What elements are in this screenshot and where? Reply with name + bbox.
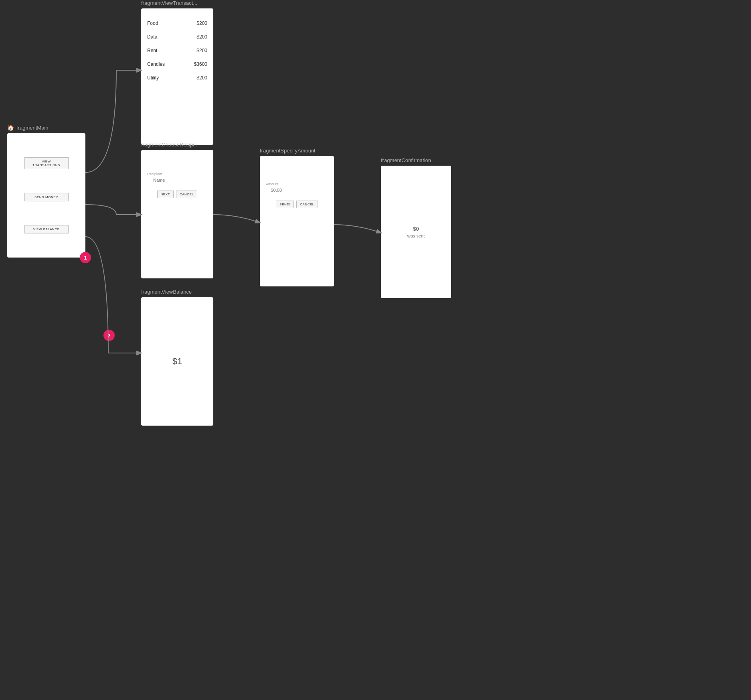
fragment-confirmation-wrapper: fragmentConfirmation $0 was sent xyxy=(381,157,431,166)
tx-label-candles: Candles xyxy=(147,61,165,67)
table-row: Data $200 xyxy=(147,30,207,44)
confirm-text: was sent xyxy=(407,233,425,238)
balance-amount: $1 xyxy=(172,356,182,367)
fragment-balance-card: $1 xyxy=(141,297,213,426)
recipient-label: Recipient xyxy=(147,172,162,176)
amount-input[interactable] xyxy=(271,188,323,194)
tx-label-utility: Utility xyxy=(147,75,159,81)
fragment-balance-wrapper: fragmentViewBalance $1 xyxy=(141,289,192,297)
view-balance-button[interactable]: VIEW BALANCE xyxy=(24,225,69,233)
table-row: Food $200 xyxy=(147,16,207,30)
arrows-overlay xyxy=(0,0,751,700)
fragment-transactions-wrapper: fragmentViewTransact... Food $200 Data $… xyxy=(141,0,197,8)
fragment-transactions-card: Food $200 Data $200 Rent $200 Candles $3… xyxy=(141,8,213,145)
table-row: Rent $200 xyxy=(147,44,207,57)
tx-amount-food: $200 xyxy=(196,20,207,26)
next-button[interactable]: NEXT xyxy=(157,191,174,198)
fragment-amount-wrapper: fragmentSpecifyAmount Amount SEND! CANCE… xyxy=(260,148,316,156)
tx-amount-utility: $200 xyxy=(196,75,207,81)
amount-label: Amount xyxy=(266,182,278,186)
tx-label-data: Data xyxy=(147,34,157,40)
fragment-main-wrapper: 🏠 fragmentMain VIEW TRANSACTIONS SEND MO… xyxy=(7,124,85,258)
fragment-main-card: VIEW TRANSACTIONS SEND MONEY VIEW BALANC… xyxy=(7,133,85,258)
confirm-amount: $0 xyxy=(413,226,419,232)
fragment-amount-title: fragmentSpecifyAmount xyxy=(260,148,316,154)
fragment-recipient-card: Recipient NEXT CANCEL xyxy=(141,150,213,278)
badge-2-wrapper: 2 xyxy=(103,330,115,341)
table-row: Utility $200 xyxy=(147,71,207,85)
fragment-main-label: fragmentMain xyxy=(16,125,48,131)
fragment-balance-title: fragmentViewBalance xyxy=(141,289,192,295)
tx-label-food: Food xyxy=(147,20,158,26)
name-input[interactable] xyxy=(153,178,201,184)
badge-1: 1 xyxy=(80,252,91,263)
amount-button-row: SEND! CANCEL xyxy=(276,201,318,208)
fragment-recipient-title: fragmentChooseRecipi... xyxy=(141,142,198,148)
badge-2: 2 xyxy=(103,330,115,341)
cancel-button[interactable]: CANCEL xyxy=(176,191,197,198)
send-button[interactable]: SEND! xyxy=(276,201,294,208)
tx-label-rent: Rent xyxy=(147,48,157,53)
fragment-recipient-wrapper: fragmentChooseRecipi... Recipient NEXT C… xyxy=(141,142,198,150)
fragment-amount-card: Amount SEND! CANCEL xyxy=(260,156,334,286)
fragment-confirmation-card: $0 was sent xyxy=(381,166,451,298)
recipient-button-row: NEXT CANCEL xyxy=(157,191,198,198)
tx-amount-candles: $3600 xyxy=(194,61,207,67)
tx-amount-data: $200 xyxy=(196,34,207,40)
send-money-button[interactable]: SEND MONEY xyxy=(24,193,69,201)
table-row: Candles $3600 xyxy=(147,57,207,71)
cancel-amount-button[interactable]: CANCEL xyxy=(296,201,318,208)
view-transactions-button[interactable]: VIEW TRANSACTIONS xyxy=(24,157,69,169)
tx-amount-rent: $200 xyxy=(196,48,207,53)
fragment-transactions-title: fragmentViewTransact... xyxy=(141,0,197,6)
fragment-main-title: 🏠 fragmentMain xyxy=(7,124,85,131)
fragment-confirmation-title: fragmentConfirmation xyxy=(381,157,431,163)
home-icon: 🏠 xyxy=(7,124,14,131)
